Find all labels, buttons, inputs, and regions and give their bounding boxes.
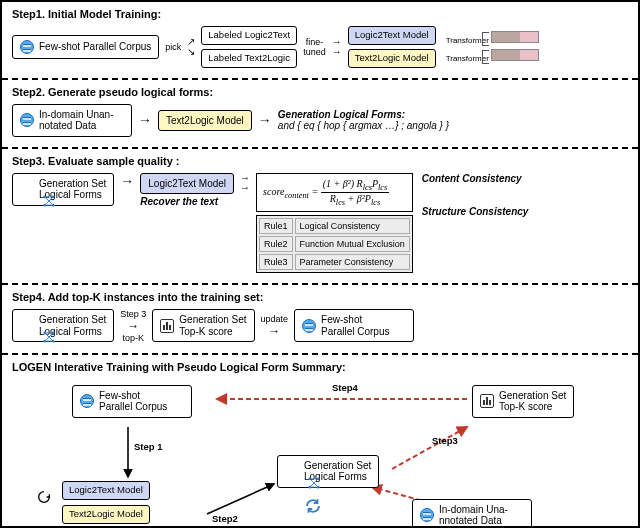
bar-chart-icon	[160, 319, 174, 333]
database-icon	[302, 319, 316, 333]
step3-edge-label: Step 3	[120, 309, 146, 319]
rule2-label: Rule2	[259, 236, 293, 252]
flow-icon	[20, 182, 34, 196]
split-arrow-icon: ↗↘	[187, 37, 195, 57]
step4-section: Step4. Add top-K instances into the trai…	[2, 285, 638, 355]
t2l-model-label: Text2Logic Model	[355, 53, 429, 64]
labeled-l2t-box: Labeled Logic2Text	[201, 26, 297, 45]
summary-section: LOGEN Interative Training with Pseudo Lo…	[2, 355, 638, 528]
indomain-data-box: In-domain Unan- notated Data	[12, 104, 132, 137]
labeled-l2t-label: Labeled Logic2Text	[208, 30, 290, 41]
database-icon	[420, 508, 434, 522]
step1-title: Step1. Initial Model Training:	[12, 8, 628, 20]
structure-consistency-label: Structure Consistency	[422, 206, 529, 217]
score-formula-box: scorecontent = (1 + β²) RlcsPlcsRlcs + β…	[256, 173, 413, 212]
rule2-value: Function Mutual Exclusion	[295, 236, 410, 252]
gen-title: Generation Logical Forms:	[278, 109, 449, 120]
step1-edge-label: Step 1	[134, 441, 163, 452]
rule1-label: Rule1	[259, 218, 293, 234]
split-arrow-icon: →→	[240, 173, 250, 193]
flow-icon	[20, 319, 34, 333]
cycle-icon	[36, 489, 52, 505]
to-models-arrow-icon: →→	[332, 37, 342, 57]
gen-example: and { eq { hop { argmax …} ; angola } }	[278, 120, 449, 131]
fewshot-corpus-label: Few-shot Parallel Corpus	[99, 390, 167, 413]
step4-title: Step4. Add top-K instances into the trai…	[12, 291, 628, 303]
fewshot-corpus-label: Few-shot Parallel Corpus	[321, 314, 389, 337]
step2-title: Step2. Generate pseudo logical forms:	[12, 86, 628, 98]
generation-set-box: Generation Set Logical Forms	[12, 309, 114, 342]
generation-caption: Generation Logical Forms: and { eq { hop…	[278, 109, 449, 131]
l2t-label: Logic2Text Model	[69, 485, 143, 496]
l2t-model-label: Logic2Text Model	[148, 178, 226, 190]
step1-section: Step1. Initial Model Training: Few-shot …	[2, 2, 638, 80]
database-icon	[20, 113, 34, 127]
logic2text-model-box: Logic2Text Model	[62, 481, 150, 500]
recycle-icon	[304, 497, 322, 515]
text2logic-model-box: Text2Logic Model	[62, 505, 150, 524]
t2l-label: Text2Logic Model	[69, 509, 143, 520]
pick-label: pick	[165, 42, 181, 52]
gen-topk-label: Generation Set Top-K score	[499, 390, 566, 413]
recover-text-label: Recover the text	[140, 196, 234, 207]
l2t-model-label: Logic2Text Model	[355, 30, 429, 41]
t2l-model-label: Text2Logic Model	[166, 115, 244, 127]
arrow-right-icon: →	[258, 112, 272, 128]
rules-table: Rule1Logical Consistency Rule2Function M…	[256, 215, 413, 273]
content-consistency-label: Content Consistency	[422, 173, 529, 184]
transformer-icon	[491, 49, 539, 61]
bar-chart-icon	[480, 394, 494, 408]
rule3-value: Parameter Consistency	[295, 254, 410, 270]
indomain-label: In-domain Una- nnotated Data	[439, 504, 508, 527]
gen-topk-box: Generation Set Top-K score	[472, 385, 574, 418]
text2logic-model-box: Text2Logic Model	[348, 49, 436, 68]
transformer-icon	[491, 31, 539, 43]
text2logic-model-box: Text2Logic Model	[158, 110, 252, 132]
arrow-right-icon: →	[120, 173, 134, 189]
labeled-t2l-label: Labeled Text2Logic	[208, 53, 290, 64]
step3-section: Step3. Evaluate sample quality : Generat…	[2, 149, 638, 285]
fewshot-corpus-box: Few-shot Parallel Corpus	[72, 385, 192, 418]
gen-topk-label: Generation Set Top-K score	[179, 314, 246, 337]
finetuned-label: fine- tuned	[303, 37, 326, 57]
indomain-label: In-domain Unan- notated Data	[39, 109, 113, 132]
gen-topk-box: Generation Set Top-K score	[152, 309, 254, 342]
transformer-badge-2: Transformer	[446, 49, 539, 63]
arrow-right-icon: →	[138, 112, 152, 128]
topk-edge-label: top-K	[123, 333, 145, 343]
rule1-value: Logical Consistency	[295, 218, 410, 234]
labeled-t2l-box: Labeled Text2Logic	[201, 49, 297, 68]
update-edge-label: update	[261, 314, 289, 324]
generation-set-box: Generation Set Logical Forms	[277, 455, 379, 488]
indomain-data-box: In-domain Una- nnotated Data	[412, 499, 532, 528]
rule3-label: Rule3	[259, 254, 293, 270]
flow-icon	[285, 464, 299, 478]
step3-title: Step3. Evaluate sample quality :	[12, 155, 628, 167]
step2-edge-label: Step2	[212, 513, 238, 524]
step3-edge-label: Step3	[432, 435, 458, 446]
generation-set-box: Generation Set Logical Forms	[12, 173, 114, 206]
fewshot-corpus-box: Few-shot Parallel Corpus	[12, 35, 159, 59]
fewshot-corpus-box: Few-shot Parallel Corpus	[294, 309, 414, 342]
transformer-badge-1: Transformer	[446, 31, 539, 45]
step4-edge-label: Step4	[332, 382, 358, 393]
database-icon	[20, 40, 34, 54]
logic2text-model-box: Logic2Text Model	[140, 173, 234, 195]
logic2text-model-box: Logic2Text Model	[348, 26, 436, 45]
summary-title: LOGEN Interative Training with Pseudo Lo…	[12, 361, 628, 373]
database-icon	[80, 394, 94, 408]
fewshot-corpus-label: Few-shot Parallel Corpus	[39, 41, 151, 53]
step2-section: Step2. Generate pseudo logical forms: In…	[2, 80, 638, 149]
